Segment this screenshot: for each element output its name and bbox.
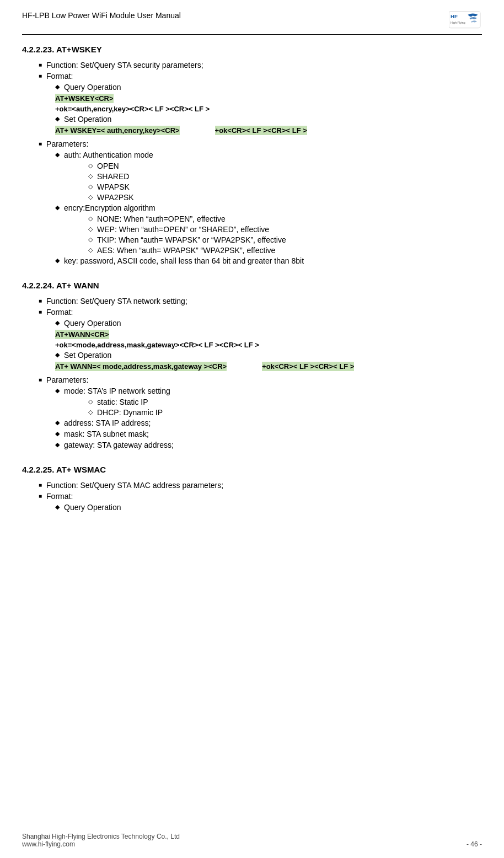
list-item: Set Operation bbox=[22, 351, 482, 360]
list-item: mode: STA’s IP network setting bbox=[22, 387, 482, 395]
footer-company: Shanghai High-Flying Electronics Technol… bbox=[22, 833, 180, 848]
list-item: WEP: When “auth=OPEN” or “SHARED”, effec… bbox=[22, 225, 482, 234]
list-item: Query Operation bbox=[22, 83, 482, 92]
code-block: AT+ WANN=< mode,address,mask,gateway ><C… bbox=[55, 362, 227, 371]
list-item: Function: Set/Query STA network setting; bbox=[22, 297, 482, 305]
list-item: NONE: When “auth=OPEN”, effective bbox=[22, 214, 482, 223]
list-item: Parameters: bbox=[22, 376, 482, 384]
list-item: static: Static IP bbox=[22, 398, 482, 406]
svg-text:HF: HF bbox=[451, 13, 458, 19]
header-title: HF-LPB Low Power WiFi Module User Manual bbox=[22, 11, 181, 20]
code-block: +ok=<auth,encry,key><CR>< LF ><CR>< LF > bbox=[55, 105, 482, 113]
list-item: Format: bbox=[22, 72, 482, 81]
list-item: Function: Set/Query STA security paramet… bbox=[22, 61, 482, 69]
page-header: HF-LPB Low Power WiFi Module User Manual… bbox=[22, 11, 482, 35]
section-4223: 4.2.2.23. AT+WSKEY Function: Set/Query S… bbox=[22, 45, 482, 265]
section-heading-4225: 4.2.2.25. AT+ WSMAC bbox=[22, 465, 482, 474]
list-item: WPA2PSK bbox=[22, 193, 482, 202]
list-item: encry:Encryption algorithm bbox=[22, 203, 482, 212]
code-block: AT+WSKEY<CR> bbox=[55, 94, 114, 103]
list-item: Format: bbox=[22, 308, 482, 317]
section-4225: 4.2.2.25. AT+ WSMAC Function: Set/Query … bbox=[22, 465, 482, 512]
list-item: address: STA IP address; bbox=[22, 419, 482, 427]
list-item: SHARED bbox=[22, 172, 482, 181]
list-item: TKIP: When “auth= WPAPSK” or “WPA2PSK”, … bbox=[22, 235, 482, 244]
list-item: auth: Authentication mode bbox=[22, 151, 482, 159]
logo-icon: HF High-Flying bbox=[449, 11, 482, 31]
list-item: gateway: STA gateway address; bbox=[22, 441, 482, 449]
list-item: AES: When “auth= WPAPSK” “WPA2PSK”, effe… bbox=[22, 246, 482, 255]
list-item: Function: Set/Query STA MAC address para… bbox=[22, 481, 482, 490]
section-heading-4223: 4.2.2.23. AT+WSKEY bbox=[22, 45, 482, 54]
code-block: +ok=<mode,address,mask,gateway><CR>< LF … bbox=[55, 341, 482, 349]
list-item: Parameters: bbox=[22, 140, 482, 148]
list-item: DHCP: Dynamic IP bbox=[22, 408, 482, 417]
list-item: mask: STA subnet mask; bbox=[22, 430, 482, 438]
svg-text:High-Flying: High-Flying bbox=[451, 21, 465, 24]
list-item: Format: bbox=[22, 492, 482, 501]
code-block: +ok<CR>< LF ><CR>< LF > bbox=[215, 126, 307, 135]
list-item: Set Operation bbox=[22, 115, 482, 124]
section-heading-4224: 4.2.2.24. AT+ WANN bbox=[22, 281, 482, 290]
list-item: OPEN bbox=[22, 162, 482, 170]
page-number: - 46 - bbox=[467, 840, 482, 848]
code-block: AT+WANN<CR> bbox=[55, 330, 109, 339]
section-4224: 4.2.2.24. AT+ WANN Function: Set/Query S… bbox=[22, 281, 482, 449]
list-item: WPAPSK bbox=[22, 183, 482, 191]
list-item: Query Operation bbox=[22, 503, 482, 512]
code-block: AT+ WSKEY=< auth,encry,key><CR> bbox=[55, 126, 180, 135]
list-item: Query Operation bbox=[22, 319, 482, 328]
list-item: key: password, ASCII code, shall less th… bbox=[22, 256, 482, 265]
code-block: +ok<CR>< LF ><CR>< LF > bbox=[262, 362, 354, 371]
